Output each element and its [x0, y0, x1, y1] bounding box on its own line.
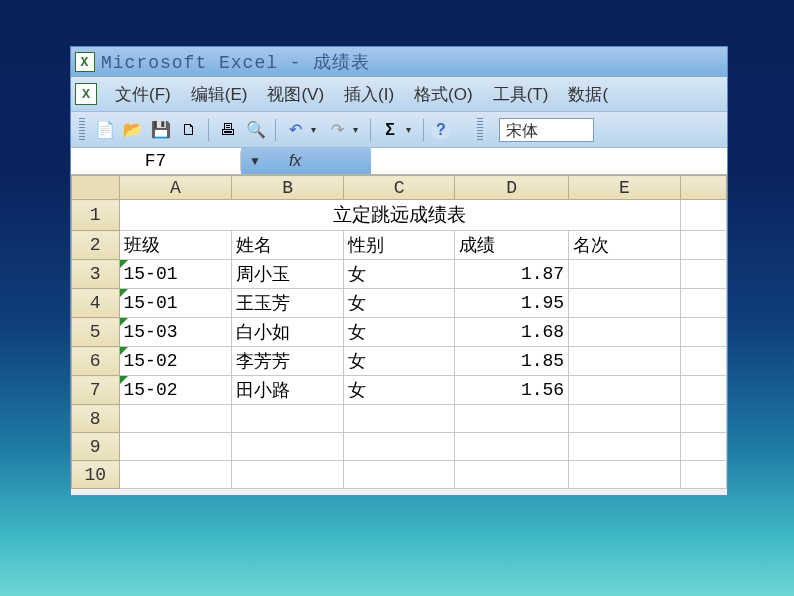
cell[interactable] [680, 347, 726, 376]
cell[interactable] [119, 405, 232, 433]
undo-dropdown[interactable]: ▾ [311, 124, 321, 135]
cell[interactable]: 15-03 [119, 318, 232, 347]
col-header-f[interactable] [680, 176, 726, 200]
cell-header-gender[interactable]: 性别 [343, 231, 455, 260]
menu-tools[interactable]: 工具(T) [483, 79, 559, 110]
cell[interactable] [455, 405, 569, 433]
cell[interactable] [569, 461, 681, 489]
document-icon[interactable] [75, 83, 97, 105]
cell[interactable] [119, 433, 232, 461]
cell[interactable] [232, 433, 344, 461]
cell[interactable]: 1.68 [455, 318, 569, 347]
formula-input[interactable] [371, 148, 727, 174]
preview-icon[interactable]: 🔍 [244, 118, 268, 142]
cell[interactable] [569, 260, 681, 289]
col-header-e[interactable]: E [569, 176, 681, 200]
cell[interactable]: 1.85 [455, 347, 569, 376]
col-header-c[interactable]: C [343, 176, 455, 200]
cell[interactable] [680, 200, 726, 231]
menu-view[interactable]: 视图(V) [257, 79, 334, 110]
cell-header-score[interactable]: 成绩 [455, 231, 569, 260]
cell[interactable]: 女 [343, 260, 455, 289]
menu-insert[interactable]: 插入(I) [334, 79, 404, 110]
cell[interactable]: 15-02 [119, 347, 232, 376]
col-header-a[interactable]: A [119, 176, 232, 200]
cell[interactable]: 女 [343, 376, 455, 405]
cell[interactable]: 女 [343, 318, 455, 347]
cell-title[interactable]: 立定跳远成绩表 [119, 200, 680, 231]
cell[interactable]: 田小路 [232, 376, 344, 405]
cell[interactable] [119, 461, 232, 489]
cell[interactable]: 周小玉 [232, 260, 344, 289]
print-icon[interactable]: 🖶 [216, 118, 240, 142]
row-header[interactable]: 4 [72, 289, 120, 318]
cell[interactable]: 王玉芳 [232, 289, 344, 318]
cell-header-class[interactable]: 班级 [119, 231, 232, 260]
cell[interactable]: 1.87 [455, 260, 569, 289]
row-header[interactable]: 7 [72, 376, 120, 405]
cell[interactable] [569, 318, 681, 347]
cell[interactable] [680, 376, 726, 405]
row-header[interactable]: 10 [72, 461, 120, 489]
cell[interactable]: 白小如 [232, 318, 344, 347]
undo-icon[interactable]: ↶ [283, 118, 307, 142]
cell[interactable] [569, 376, 681, 405]
cell[interactable] [569, 289, 681, 318]
cell[interactable] [680, 231, 726, 260]
cell[interactable] [569, 347, 681, 376]
redo-icon[interactable]: ↷ [325, 118, 349, 142]
col-header-b[interactable]: B [232, 176, 344, 200]
sum-icon[interactable]: Σ [378, 118, 402, 142]
name-box[interactable]: F7 [71, 151, 241, 171]
menu-file[interactable]: 文件(F) [105, 79, 181, 110]
cell[interactable] [455, 461, 569, 489]
cell[interactable] [343, 433, 455, 461]
menu-edit[interactable]: 编辑(E) [181, 79, 258, 110]
cell[interactable] [569, 405, 681, 433]
cell[interactable]: 15-02 [119, 376, 232, 405]
row-header[interactable]: 5 [72, 318, 120, 347]
row-header[interactable]: 9 [72, 433, 120, 461]
new-icon[interactable]: 📄 [93, 118, 117, 142]
select-all-corner[interactable] [72, 176, 120, 200]
cell[interactable]: 1.56 [455, 376, 569, 405]
cell-header-name[interactable]: 姓名 [232, 231, 344, 260]
sum-dropdown[interactable]: ▾ [406, 124, 416, 135]
toolbar-handle-2[interactable] [477, 118, 483, 142]
row-header[interactable]: 2 [72, 231, 120, 260]
cell[interactable] [680, 260, 726, 289]
cell[interactable] [455, 433, 569, 461]
cell[interactable] [680, 433, 726, 461]
row-header[interactable]: 3 [72, 260, 120, 289]
cell[interactable] [680, 289, 726, 318]
permission-icon[interactable]: 🗋 [177, 118, 201, 142]
menu-data[interactable]: 数据( [558, 79, 618, 110]
cell[interactable] [232, 461, 344, 489]
cell[interactable] [569, 433, 681, 461]
help-icon[interactable]: ? [431, 120, 451, 140]
cell[interactable] [232, 405, 344, 433]
cell[interactable]: 女 [343, 289, 455, 318]
cell-header-rank[interactable]: 名次 [569, 231, 681, 260]
row-header[interactable]: 6 [72, 347, 120, 376]
row-header[interactable]: 8 [72, 405, 120, 433]
cell[interactable] [680, 405, 726, 433]
cell[interactable]: 15-01 [119, 260, 232, 289]
name-dropdown-icon[interactable]: ▼ [249, 154, 261, 168]
cell[interactable]: 女 [343, 347, 455, 376]
col-header-d[interactable]: D [455, 176, 569, 200]
cell[interactable] [343, 461, 455, 489]
font-selector[interactable]: 宋体 [499, 118, 594, 142]
row-header[interactable]: 1 [72, 200, 120, 231]
fx-label[interactable]: fx [289, 152, 301, 170]
cell[interactable]: 1.95 [455, 289, 569, 318]
cell[interactable] [343, 405, 455, 433]
open-icon[interactable]: 📂 [121, 118, 145, 142]
toolbar-handle[interactable] [79, 118, 85, 142]
spreadsheet-grid[interactable]: A B C D E 1 立定跳远成绩表 2 班级 姓名 性别 成绩 名次 [71, 175, 727, 489]
cell[interactable] [680, 461, 726, 489]
cell[interactable]: 李芳芳 [232, 347, 344, 376]
cell[interactable] [680, 318, 726, 347]
cell[interactable]: 15-01 [119, 289, 232, 318]
save-icon[interactable]: 💾 [149, 118, 173, 142]
